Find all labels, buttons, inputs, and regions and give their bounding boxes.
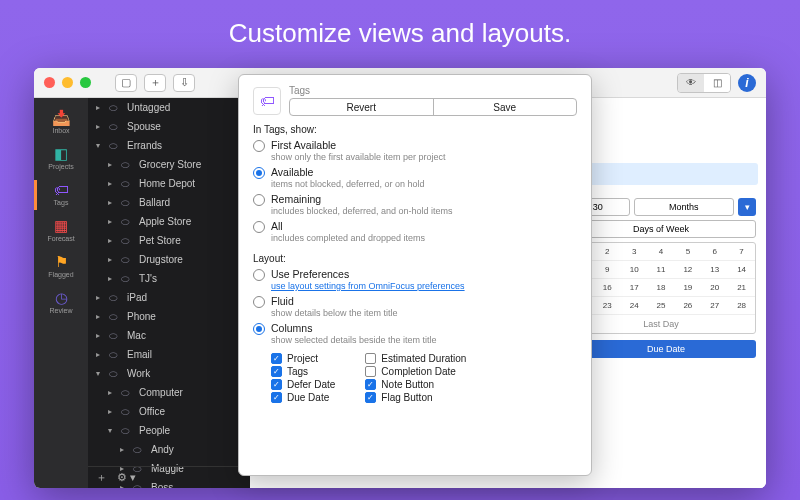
column-checkbox[interactable]: Completion Date <box>365 366 466 377</box>
close-icon[interactable] <box>44 77 55 88</box>
chevron-icon[interactable]: ▸ <box>108 388 117 397</box>
tag-row[interactable]: ▸⬭Home Depot <box>88 174 250 193</box>
tag-row[interactable]: ▸⬭Andy <box>88 440 250 459</box>
calendar-day[interactable]: 28 <box>728 297 755 314</box>
add-tag-button[interactable]: ＋ <box>96 470 107 485</box>
sidebar-item-flagged[interactable]: ⚑Flagged <box>34 250 88 284</box>
layout-radio[interactable]: Columnsshow selected details beside the … <box>253 322 577 345</box>
minimize-icon[interactable] <box>62 77 73 88</box>
chevron-icon[interactable]: ▸ <box>120 445 129 454</box>
show-radio[interactable]: Availableitems not blocked, deferred, or… <box>253 166 577 189</box>
tag-row[interactable]: ▾⬭People <box>88 421 250 440</box>
sidebar-item-projects[interactable]: ◧Projects <box>34 142 88 176</box>
column-checkbox[interactable]: ✓Note Button <box>365 379 466 390</box>
save-button[interactable]: Save <box>433 99 577 115</box>
days-of-week-button[interactable]: Days of Week <box>566 220 756 238</box>
tag-row[interactable]: ▸⬭Email <box>88 345 250 364</box>
calendar-day[interactable]: 12 <box>674 261 701 278</box>
repeat-stepper[interactable]: ▾ <box>738 198 756 216</box>
tag-row[interactable]: ▾⬭Errands <box>88 136 250 155</box>
chevron-icon[interactable]: ▸ <box>96 350 105 359</box>
tag-row[interactable]: ▸⬭Grocery Store <box>88 155 250 174</box>
tag-row[interactable]: ▸⬭iPad <box>88 288 250 307</box>
tag-actions-menu[interactable]: ⚙ ▾ <box>117 471 136 484</box>
calendar-day[interactable]: 5 <box>674 243 701 260</box>
tag-row[interactable]: ▸⬭Mac <box>88 326 250 345</box>
inspector-icon[interactable]: ◫ <box>704 74 730 92</box>
calendar-day[interactable]: 9 <box>594 261 621 278</box>
chevron-icon[interactable]: ▸ <box>96 103 105 112</box>
calendar-day[interactable]: 18 <box>648 279 675 296</box>
sidebar-toggle-icon[interactable]: ▢ <box>115 74 137 92</box>
due-date-button[interactable]: Due Date <box>576 340 756 358</box>
calendar-day[interactable]: 21 <box>728 279 755 296</box>
calendar-day[interactable]: 26 <box>674 297 701 314</box>
last-day-button[interactable]: Last Day <box>567 314 755 333</box>
sidebar-item-forecast[interactable]: ▦Forecast <box>34 214 88 248</box>
calendar-day[interactable]: 17 <box>621 279 648 296</box>
chevron-icon[interactable]: ▸ <box>108 179 117 188</box>
tag-row[interactable]: ▸⬭Office <box>88 402 250 421</box>
calendar-day[interactable]: 3 <box>621 243 648 260</box>
chevron-icon[interactable]: ▸ <box>108 236 117 245</box>
calendar-day[interactable]: 24 <box>621 297 648 314</box>
repeat-unit-select[interactable]: Months <box>634 198 734 216</box>
tag-row[interactable]: ▾⬭Work <box>88 364 250 383</box>
sidebar-item-review[interactable]: ◷Review <box>34 286 88 320</box>
tag-row[interactable]: ▸⬭Phone <box>88 307 250 326</box>
tag-row[interactable]: ▸⬭Computer <box>88 383 250 402</box>
calendar-day[interactable]: 2 <box>594 243 621 260</box>
calendar-day[interactable]: 10 <box>621 261 648 278</box>
chevron-icon[interactable]: ▸ <box>108 407 117 416</box>
chevron-icon[interactable]: ▸ <box>108 217 117 226</box>
chevron-icon[interactable]: ▸ <box>108 160 117 169</box>
column-checkbox[interactable]: Estimated Duration <box>365 353 466 364</box>
calendar-day[interactable]: 19 <box>674 279 701 296</box>
preferences-link[interactable]: use layout settings from OmniFocus prefe… <box>271 281 465 291</box>
calendar-day[interactable]: 14 <box>728 261 755 278</box>
calendar-day[interactable]: 7 <box>728 243 755 260</box>
calendar-day[interactable]: 27 <box>701 297 728 314</box>
show-radio[interactable]: First Availableshow only the first avail… <box>253 139 577 162</box>
chevron-icon[interactable]: ▸ <box>108 255 117 264</box>
calendar-grid[interactable]: 1234567891011121314151617181920212223242… <box>566 242 756 334</box>
tag-row[interactable]: ▸⬭Ballard <box>88 193 250 212</box>
tag-row[interactable]: ▸⬭Pet Store <box>88 231 250 250</box>
chevron-icon[interactable]: ▸ <box>96 312 105 321</box>
column-checkbox[interactable]: ✓Flag Button <box>365 392 466 403</box>
zoom-icon[interactable] <box>80 77 91 88</box>
add-button[interactable]: ＋ <box>144 74 166 92</box>
chevron-icon[interactable]: ▾ <box>96 141 105 150</box>
layout-radio[interactable]: Fluidshow details below the item title <box>253 295 577 318</box>
export-button[interactable]: ⇩ <box>173 74 195 92</box>
tag-row[interactable]: ▸⬭Drugstore <box>88 250 250 269</box>
chevron-icon[interactable]: ▸ <box>108 274 117 283</box>
tag-list[interactable]: ▸⬭Untagged▸⬭Spouse▾⬭Errands▸⬭Grocery Sto… <box>88 98 250 488</box>
layout-radio[interactable]: Use Preferencesuse layout settings from … <box>253 268 577 291</box>
calendar-day[interactable]: 11 <box>648 261 675 278</box>
sidebar-item-tags[interactable]: 🏷Tags <box>34 178 88 212</box>
chevron-icon[interactable]: ▸ <box>96 331 105 340</box>
sidebar-item-inbox[interactable]: 📥Inbox <box>34 106 88 140</box>
tag-row[interactable]: ▸⬭Spouse <box>88 117 250 136</box>
calendar-day[interactable]: 25 <box>648 297 675 314</box>
calendar-day[interactable]: 6 <box>701 243 728 260</box>
column-checkbox[interactable]: ✓Project <box>271 353 335 364</box>
revert-button[interactable]: Revert <box>290 99 433 115</box>
column-checkbox[interactable]: ✓Defer Date <box>271 379 335 390</box>
view-toggle[interactable]: 👁 ◫ <box>677 73 731 93</box>
info-icon[interactable]: i <box>738 74 756 92</box>
chevron-icon[interactable]: ▸ <box>96 122 105 131</box>
tag-row[interactable]: ▸⬭Apple Store <box>88 212 250 231</box>
calendar-day[interactable]: 20 <box>701 279 728 296</box>
calendar-day[interactable]: 13 <box>701 261 728 278</box>
column-checkbox[interactable]: ✓Due Date <box>271 392 335 403</box>
calendar-day[interactable]: 23 <box>594 297 621 314</box>
column-checkbox[interactable]: ✓Tags <box>271 366 335 377</box>
tag-row[interactable]: ▸⬭Untagged <box>88 98 250 117</box>
tag-row[interactable]: ▸⬭TJ's <box>88 269 250 288</box>
calendar-day[interactable]: 4 <box>648 243 675 260</box>
eye-icon[interactable]: 👁 <box>678 74 704 92</box>
chevron-icon[interactable]: ▾ <box>108 426 117 435</box>
chevron-icon[interactable]: ▸ <box>108 198 117 207</box>
